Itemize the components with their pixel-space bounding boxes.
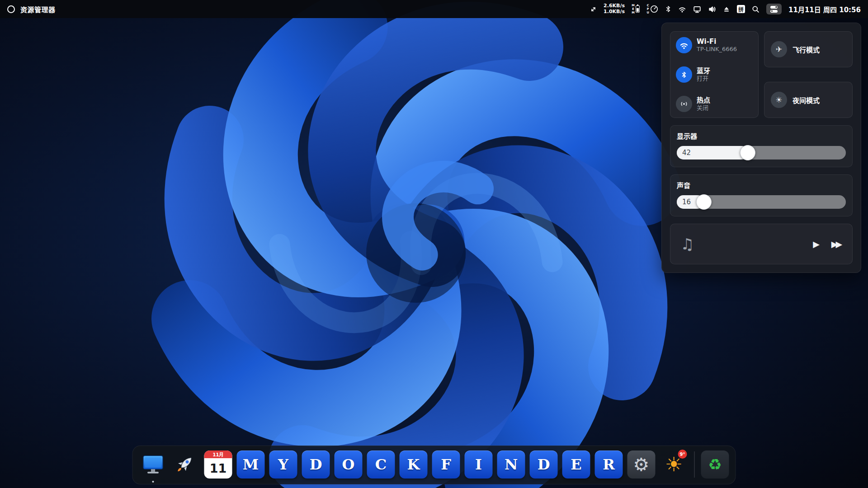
letter-tile-label: F xyxy=(441,456,451,473)
dock-item-letter-n[interactable]: N xyxy=(497,450,525,479)
volume-section-label: 声音 xyxy=(677,180,846,190)
volume-section: 声音 16 xyxy=(670,174,853,216)
mem-label: MEM xyxy=(632,4,635,14)
wifi-network-name: TP-LINK_6666 xyxy=(697,46,737,53)
rocket-icon xyxy=(175,454,197,475)
dock-item-letter-d2[interactable]: D xyxy=(530,450,558,479)
eject-icon[interactable] xyxy=(723,3,730,15)
letter-tile-label: M xyxy=(243,456,259,473)
dock-item-letter-r[interactable]: R xyxy=(595,450,623,479)
dock-item-letter-f[interactable]: F xyxy=(432,450,460,479)
cpu-gauge-icon xyxy=(650,5,658,13)
menubar: 资源管理器 2.6KB/s 1.0KB/s MEM CPU xyxy=(0,0,868,18)
dock-item-computer[interactable] xyxy=(139,450,167,479)
display-section-label: 显示器 xyxy=(677,131,846,141)
connectivity-group: Wi-Fi TP-LINK_6666 蓝牙 打开 xyxy=(670,31,759,118)
calendar-month: 11月 xyxy=(204,450,232,458)
gear-icon: ⚙ xyxy=(633,454,650,475)
toggle-pill xyxy=(770,6,778,9)
letter-tile-label: N xyxy=(505,456,518,473)
control-center-panel: Wi-Fi TP-LINK_6666 蓝牙 打开 xyxy=(661,23,861,273)
dock-item-settings[interactable]: ⚙ xyxy=(627,450,656,479)
running-indicator-dot xyxy=(152,481,154,483)
airplane-mode-label: 飞行模式 xyxy=(793,45,820,54)
network-traffic-icon[interactable] xyxy=(590,3,597,15)
hotspot-status: 关闭 xyxy=(697,104,710,112)
music-note-icon: ♫ xyxy=(680,235,694,253)
bluetooth-row[interactable]: 蓝牙 打开 xyxy=(675,65,754,84)
input-method-icon[interactable]: 拼 xyxy=(737,5,745,13)
dock-item-letter-o[interactable]: O xyxy=(335,450,363,479)
dock-item-letter-i[interactable]: I xyxy=(465,450,493,479)
letter-tile-label: Y xyxy=(278,456,288,473)
display-brightness-slider[interactable]: 42 xyxy=(677,146,846,160)
display-icon[interactable] xyxy=(693,3,701,15)
dock-item-letter-c[interactable]: C xyxy=(367,450,395,479)
dock-item-letter-d1[interactable]: D xyxy=(302,450,330,479)
night-mode-icon: ☀ xyxy=(771,92,787,108)
display-section: 显示器 42 xyxy=(670,125,853,167)
display-brightness-slider-knob[interactable] xyxy=(740,145,755,160)
wifi-toggle-icon[interactable] xyxy=(676,37,692,53)
memory-battery-icon xyxy=(636,5,640,13)
dock-item-letter-m1[interactable]: M xyxy=(237,450,265,479)
dock-item-calendar[interactable]: 11月 11 xyxy=(204,450,232,479)
active-app-name: 资源管理器 xyxy=(20,5,56,14)
play-button[interactable]: ▶ xyxy=(813,239,820,249)
network-speed: 2.6KB/s 1.0KB/s xyxy=(604,3,625,14)
bluetooth-title: 蓝牙 xyxy=(697,67,710,75)
dock: 11月 11 M Y D O C K F I N D E R ⚙ ☀ 9° ♻ xyxy=(132,446,736,484)
display-brightness-value: 42 xyxy=(682,149,691,157)
system-logo-icon[interactable] xyxy=(7,5,15,13)
night-mode-tile[interactable]: ☀ 夜间模式 xyxy=(764,82,853,118)
volume-icon[interactable] xyxy=(708,3,716,15)
volume-slider-knob[interactable] xyxy=(696,194,712,210)
letter-tile-label: O xyxy=(342,456,355,473)
clock[interactable]: 11月11日 周四 10:56 xyxy=(788,5,861,14)
cpu-indicator[interactable]: CPU xyxy=(646,4,659,14)
bluetooth-icon[interactable] xyxy=(665,3,671,15)
calendar-day: 11 xyxy=(204,458,232,479)
media-widget: ♫ ▶ ▶▶ xyxy=(670,224,853,264)
airplane-icon: ✈ xyxy=(771,41,787,57)
letter-tile-label: R xyxy=(603,456,615,473)
toggle-pill xyxy=(770,10,778,13)
dock-item-recycle-bin[interactable]: ♻ xyxy=(701,450,729,479)
dock-item-launchpad[interactable] xyxy=(172,450,200,479)
dock-item-letter-k[interactable]: K xyxy=(400,450,428,479)
letter-tile-label: D xyxy=(310,456,322,473)
dock-item-weather[interactable]: ☀ 9° xyxy=(660,450,688,479)
hotspot-title: 热点 xyxy=(697,96,710,105)
letter-tile-label: C xyxy=(375,456,387,473)
dock-item-letter-e[interactable]: E xyxy=(562,450,590,479)
airplane-mode-tile[interactable]: ✈ 飞行模式 xyxy=(764,31,853,67)
control-center-icon[interactable] xyxy=(766,4,782,14)
night-mode-label: 夜间模式 xyxy=(793,95,820,105)
hotspot-row[interactable]: 热点 关闭 xyxy=(675,94,754,114)
cpu-label: CPU xyxy=(646,4,650,14)
bluetooth-toggle-icon[interactable] xyxy=(676,66,692,83)
next-track-button[interactable]: ▶▶ xyxy=(831,239,842,249)
letter-tile-label: D xyxy=(538,456,550,473)
net-download: 1.0KB/s xyxy=(604,9,625,15)
volume-value: 16 xyxy=(682,198,691,206)
volume-slider[interactable]: 16 xyxy=(677,195,846,209)
desktop: 资源管理器 2.6KB/s 1.0KB/s MEM CPU xyxy=(0,0,868,488)
bluetooth-status: 打开 xyxy=(697,75,710,82)
computer-monitor-icon xyxy=(142,454,165,475)
wifi-row[interactable]: Wi-Fi TP-LINK_6666 xyxy=(675,35,754,55)
hotspot-toggle-icon[interactable] xyxy=(676,96,692,112)
letter-tile-label: K xyxy=(407,456,420,473)
letter-tile-label: I xyxy=(475,456,482,473)
dock-item-letter-y[interactable]: Y xyxy=(269,450,297,479)
letter-tile-label: E xyxy=(571,456,581,473)
search-icon[interactable] xyxy=(752,3,760,15)
memory-indicator[interactable]: MEM xyxy=(632,4,640,14)
wifi-icon[interactable] xyxy=(678,3,686,15)
recycle-icon: ♻ xyxy=(708,455,722,474)
weather-temperature-badge: 9° xyxy=(678,450,687,459)
dock-separator xyxy=(694,451,695,478)
wifi-title: Wi-Fi xyxy=(697,38,737,46)
